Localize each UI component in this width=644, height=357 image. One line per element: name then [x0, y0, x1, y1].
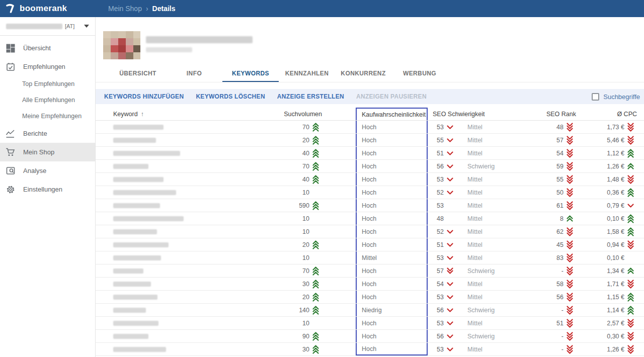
suchbegriffe-checkbox-label[interactable]: Suchbegriffe — [603, 93, 640, 101]
trend-up-chevrons-icon — [309, 162, 322, 171]
chart-line-icon — [6, 129, 15, 138]
seo-schwierigkeit-value: 53 — [433, 202, 444, 209]
cell-keyword — [96, 212, 262, 225]
kaufwahrscheinlichkeit-value: Hoch — [362, 163, 376, 170]
suchbegriffe-checkbox[interactable] — [592, 93, 599, 101]
table-row[interactable]: 90Hoch56Schwierig-0,30 € — [96, 330, 644, 343]
seo-rank-value: 8 — [560, 215, 564, 222]
trend-down-chevrons-icon — [444, 282, 456, 286]
shop-selector-dropdown[interactable]: [AT] — [0, 17, 95, 36]
column-header-suchvolumen[interactable]: Suchvolumen — [262, 108, 322, 120]
logo[interactable]: boomerank — [0, 4, 96, 14]
trend-down-chevrons-icon — [564, 332, 576, 341]
cpc-value: 0,10 € — [607, 254, 624, 261]
cell-kaufwahrscheinlichkeit: Hoch — [356, 225, 428, 238]
breadcrumb-parent[interactable]: Mein Shop — [108, 5, 142, 13]
trend-down-chevrons-icon — [564, 319, 576, 328]
sidebar-item-empfehlungen[interactable]: Empfehlungen — [0, 57, 95, 76]
keywords-l-schen-button[interactable]: KEYWORDS LÖSCHEN — [196, 93, 265, 100]
tab-kennzahlen[interactable]: KENNZAHLEN — [279, 65, 335, 82]
cell-seo-rank: 51 — [531, 317, 576, 329]
cell-seo-schwierigkeit: 53Mittel — [428, 121, 531, 133]
cell-seo-rank: - — [531, 264, 576, 277]
seo-rank-value: 51 — [556, 320, 564, 327]
table-row[interactable]: 10Hoch52Mittel621,58 € — [96, 225, 644, 238]
cell-suchvolumen: 90 — [262, 330, 322, 342]
trend-down-chevrons-icon — [564, 240, 576, 249]
column-header-kaufwahrscheinlichkeit[interactable]: Kaufwahrscheinlichkeit — [356, 108, 428, 120]
cell-spacer — [322, 160, 356, 172]
seo-schwierigkeit-value: 52 — [433, 228, 444, 235]
table-row[interactable]: 70Hoch53Mittel481,73 € — [96, 121, 644, 134]
cell-spacer — [322, 330, 356, 342]
column-header-seo-schwierigkeit[interactable]: SEO Schwierigkeit — [428, 108, 531, 120]
anzeige-erstellen-button[interactable]: ANZEIGE ERSTELLEN — [277, 93, 344, 100]
sidebar-item-mein-shop[interactable]: Mein Shop — [0, 143, 95, 161]
table-row[interactable]: 10Hoch53Mittel512,57 € — [96, 317, 644, 330]
column-spacer — [322, 108, 356, 120]
sidebar-item-alle-empfehlungen[interactable]: Alle Empfehlungen — [0, 92, 95, 108]
table-row[interactable]: 70Hoch56Schwierig591,26 € — [96, 160, 644, 173]
seo-schwierigkeit-value: 53 — [433, 176, 444, 183]
cart-icon — [6, 147, 15, 157]
sidebar-item-label: Mein Shop — [23, 148, 54, 156]
seo-schwierigkeit-label: Mittel — [467, 124, 482, 131]
seo-rank-value: 83 — [556, 254, 564, 261]
tab-konkurrenz[interactable]: KONKURRENZ — [335, 65, 391, 82]
table-row[interactable]: 20Hoch55Mittel575,46 € — [96, 134, 644, 147]
cpc-value: 1,48 € — [607, 176, 624, 183]
cell-spacer — [322, 173, 356, 186]
seo-schwierigkeit-value: 56 — [433, 307, 444, 314]
table-row[interactable]: 590Hoch53Mittel610,79 € — [96, 199, 644, 212]
kaufwahrscheinlichkeit-value: Hoch — [362, 281, 376, 288]
cell-kaufwahrscheinlichkeit: Hoch — [356, 317, 428, 329]
tab-keywords[interactable]: KEYWORDS — [222, 65, 279, 82]
trend-down-chevrons-icon — [564, 266, 576, 276]
sidebar-item-meine-empfehlungen[interactable]: Meine Empfehlungen — [0, 108, 95, 124]
table-row[interactable]: 20Hoch53Mittel561,15 € — [96, 291, 644, 304]
cell-keyword — [96, 173, 262, 186]
table-row[interactable]: 140Niedrig56Schwierig-1,14 € — [96, 304, 644, 317]
tab-übersicht[interactable]: ÜBERSICHT — [110, 65, 166, 82]
table-row[interactable]: 10Mittel53Mittel830,10 € — [96, 251, 644, 264]
cell-keyword — [96, 134, 262, 146]
sidebar-item-analyse[interactable]: Analyse — [0, 161, 95, 180]
sort-asc-icon: ↑ — [141, 111, 144, 118]
seo-rank-value: 54 — [556, 150, 564, 157]
table-row[interactable]: 30Hoch54Mittel581,71 € — [96, 278, 644, 291]
tab-werbung[interactable]: WERBUNG — [391, 65, 448, 82]
sidebar-item-top-empfehlungen[interactable]: Top Empfehlungen — [0, 76, 95, 92]
cell-cpc: 0,79 € — [576, 199, 644, 212]
sidebar-item-einstellungen[interactable]: Einstellungen — [0, 180, 95, 199]
seo-schwierigkeit-value: 48 — [433, 215, 444, 222]
redacted-keyword — [113, 190, 176, 195]
trend-up-chevrons-icon — [624, 267, 637, 274]
table-row[interactable]: 40Hoch51Mittel541,12 € — [96, 147, 644, 160]
trend-up-chevrons-icon — [309, 332, 322, 341]
tab-info[interactable]: INFO — [166, 65, 222, 82]
keywords-hinzufügen-button[interactable]: KEYWORDS HINZUFÜGEN — [104, 93, 184, 100]
table-row[interactable]: 10Hoch52Mittel500,36 € — [96, 186, 644, 199]
table-row[interactable]: 10Hoch48Mittel80,10 € — [96, 212, 644, 225]
trend-down-chevrons-icon — [444, 138, 456, 142]
sidebar-item--bersicht[interactable]: Übersicht — [0, 39, 95, 57]
trend-down-chevrons-icon — [444, 347, 456, 351]
sidebar-item-berichte[interactable]: Berichte — [0, 124, 95, 143]
table-row[interactable]: 30Hoch53Mittel-1,26 € — [96, 343, 644, 356]
cell-keyword — [96, 160, 262, 172]
seo-schwierigkeit-label: Mittel — [467, 294, 482, 301]
column-header-cpc[interactable]: Ø CPC — [576, 108, 644, 120]
table-row[interactable]: 20Hoch51Mittel450,94 € — [96, 238, 644, 251]
cell-seo-schwierigkeit: 51Mittel — [428, 147, 531, 159]
cell-keyword — [96, 186, 262, 199]
column-header-seo-rank[interactable]: SEO Rank — [531, 108, 576, 120]
table-row[interactable]: 40Hoch53Mittel551,48 € — [96, 173, 644, 186]
seo-schwierigkeit-value: 56 — [433, 333, 444, 340]
column-header-keyword[interactable]: Keyword ↑ — [96, 108, 262, 120]
cell-cpc: 1,26 € — [576, 160, 644, 172]
cell-suchvolumen: 30 — [262, 278, 322, 290]
table-row[interactable]: 70Hoch57Schwierig-1,34 € — [96, 264, 644, 278]
suchvolumen-value: 10 — [302, 189, 309, 196]
cell-cpc: 2,57 € — [576, 317, 644, 329]
seo-schwierigkeit-label: Schwierig — [467, 307, 495, 314]
